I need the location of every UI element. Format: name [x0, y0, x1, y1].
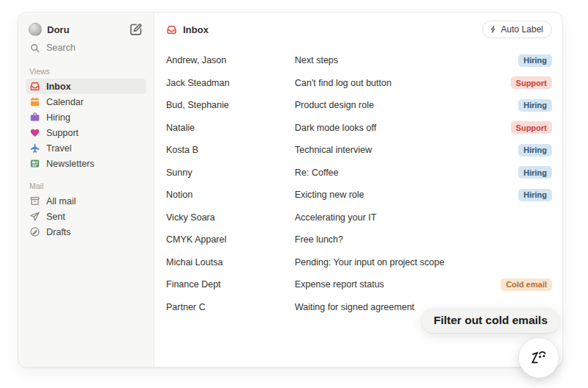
email-sender: Michai Loutsa — [166, 257, 295, 267]
inbox-header: Inbox Auto Label — [166, 12, 552, 46]
email-row[interactable]: Natalie Dark mode looks off Support — [166, 117, 552, 140]
sidebar-item-newsletters[interactable]: Newsletters — [26, 156, 146, 171]
workspace-switcher[interactable]: Doru — [26, 21, 146, 37]
email-list: Andrew, Jason Next steps Hiring Jack Ste… — [166, 49, 552, 318]
email-subject: Re: Coffee — [295, 168, 518, 178]
email-subject: Next steps — [295, 55, 518, 65]
paper-plane-icon — [29, 211, 40, 222]
email-row[interactable]: Notion Exicting new role Hiring — [166, 184, 552, 206]
agent-tooltip: Filter out cold emails — [421, 308, 560, 333]
email-sender: Finance Dept — [166, 279, 295, 290]
sidebar: Doru Search Views Inbox Calendar Hiring … — [18, 12, 154, 367]
sidebar-item-inbox[interactable]: Inbox — [26, 79, 146, 94]
email-label-badge: Hiring — [518, 54, 552, 67]
search-placeholder: Search — [46, 43, 76, 53]
sidebar-item-travel[interactable]: Travel — [26, 140, 146, 156]
sidebar-item-label: Inbox — [46, 82, 71, 92]
email-sender: Bud, Stephanie — [166, 100, 295, 110]
inbox-icon — [29, 81, 40, 92]
sidebar-item-label: Newsletters — [46, 159, 94, 169]
sidebar-item-label: Sent — [46, 212, 65, 222]
inbox-icon — [166, 24, 177, 35]
email-subject: Product design role — [295, 100, 518, 110]
email-row[interactable]: Michai Loutsa Pending: Your input on pro… — [166, 251, 552, 274]
email-sender: Jack Steadman — [166, 78, 295, 88]
email-sender: CMYK Apparel — [166, 234, 295, 245]
email-sender: Partner C — [166, 302, 295, 312]
email-subject: Expense report status — [295, 279, 501, 290]
email-sender: Vicky Soara — [166, 212, 295, 223]
email-label-badge: Hiring — [518, 166, 552, 179]
inbox-title: Inbox — [183, 24, 209, 35]
email-label-badge: Support — [511, 121, 552, 134]
email-subject: Can't find log out button — [295, 78, 511, 88]
email-row[interactable]: Sunny Re: Coffee Hiring — [166, 162, 552, 184]
email-row[interactable]: Vicky Soara Accelerating your IT — [166, 206, 552, 229]
email-row[interactable]: Bud, Stephanie Product design role Hirin… — [166, 94, 552, 117]
page: { "sidebar": { "user": { "name": "Doru" … — [0, 0, 588, 388]
search-input[interactable]: Search — [26, 39, 146, 57]
zap-icon — [489, 25, 498, 34]
email-label-badge: Hiring — [518, 144, 552, 157]
sidebar-item-label: Drafts — [46, 227, 71, 237]
email-label-badge: Hiring — [518, 189, 552, 201]
email-label-badge: Hiring — [518, 99, 552, 112]
email-subject: Accelerating your IT — [295, 212, 552, 223]
email-sender: Andrew, Jason — [166, 55, 295, 65]
email-sender: Sunny — [166, 168, 295, 178]
email-label-badge: Cold email — [501, 279, 552, 291]
email-row[interactable]: Finance Dept Expense report status Cold … — [166, 273, 552, 296]
email-subject: Pending: Your input on project scope — [295, 257, 552, 267]
email-label-badge: Support — [511, 76, 552, 89]
auto-label-button-label: Auto Label — [501, 24, 543, 35]
sidebar-item-label: Support — [46, 128, 79, 138]
sidebar-section-label: Views — [29, 67, 146, 76]
briefcase-icon — [29, 112, 40, 123]
sidebar-item-drafts[interactable]: Drafts — [26, 224, 146, 240]
email-row[interactable]: Andrew, Jason Next steps Hiring — [166, 49, 552, 72]
sidebar-item-label: Hiring — [46, 112, 71, 123]
auto-label-button[interactable]: Auto Label — [482, 21, 552, 38]
sidebar-section-label: Mail — [29, 182, 146, 190]
sidebar-item-label: Calendar — [46, 97, 84, 107]
email-row[interactable]: Jack Steadman Can't find log out button … — [166, 72, 552, 95]
sidebar-item-sent[interactable]: Sent — [26, 209, 146, 224]
sidebar-item-all-mail[interactable]: All mail — [26, 193, 146, 209]
email-sender: Notion — [166, 190, 295, 200]
sidebar-item-label: Travel — [46, 143, 71, 154]
sidebar-sections: Views Inbox Calendar Hiring Support Trav… — [26, 67, 146, 240]
draft-pencil-icon — [29, 226, 40, 237]
email-sender: Natalie — [166, 123, 295, 133]
workspace-name: Doru — [47, 24, 69, 35]
email-row[interactable]: Kosta B Technical interview Hiring — [166, 139, 552, 162]
search-icon — [29, 43, 40, 54]
assistant-fab-button[interactable] — [519, 338, 559, 378]
avatar — [29, 23, 42, 36]
sidebar-item-hiring[interactable]: Hiring — [26, 109, 146, 125]
email-subject: Exicting new role — [295, 190, 518, 200]
heart-icon — [29, 127, 40, 138]
email-subject: Dark mode looks off — [295, 123, 511, 133]
newspaper-icon — [29, 158, 40, 169]
email-row[interactable]: CMYK Apparel Free lunch? — [166, 229, 552, 251]
sidebar-item-support[interactable]: Support — [26, 125, 146, 140]
compose-icon[interactable] — [129, 22, 143, 37]
airplane-icon — [29, 143, 40, 154]
sidebar-item-label: All mail — [46, 196, 76, 206]
archive-icon — [29, 195, 40, 206]
email-subject: Technical interview — [295, 145, 518, 155]
doru-face-icon — [527, 346, 551, 370]
email-sender: Kosta B — [166, 145, 295, 155]
calendar-icon — [29, 96, 40, 107]
sidebar-item-calendar[interactable]: Calendar — [26, 94, 146, 109]
email-subject: Free lunch? — [295, 234, 552, 245]
